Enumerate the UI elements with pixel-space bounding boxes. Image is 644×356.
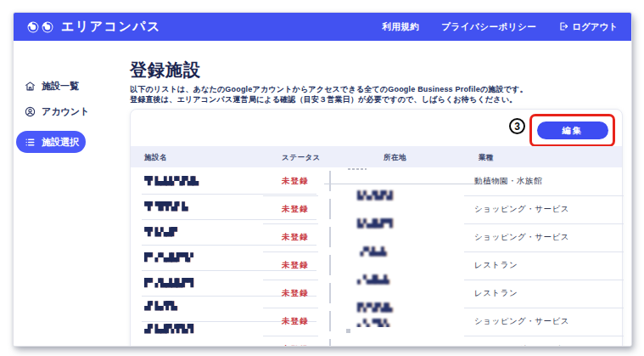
row-divider bbox=[464, 308, 624, 308]
status-separator bbox=[329, 199, 331, 219]
location-redacted: ▙▚▞▙▛▟ bbox=[334, 190, 415, 200]
screenshot-canvas: エリアコンパス 利用規約 プライバシーポリシー ログアウト bbox=[0, 0, 644, 356]
column-header-name: 施設名 bbox=[144, 153, 167, 163]
description-line: 登録直後は、エリアコンパス運営局による確認（目安３営業日）が必要ですので、しばら… bbox=[130, 95, 528, 105]
main-content: 登録施設 以下のリストは、あなたのGoogleアカウントからアクセスできる全ての… bbox=[117, 41, 631, 346]
compass-icon bbox=[27, 21, 39, 33]
header-nav: 利用規約 プライバシーポリシー ログアウト bbox=[382, 21, 618, 33]
category-cell: ショッピング・サービス bbox=[474, 316, 569, 327]
status-separator bbox=[329, 171, 331, 191]
status-badge: 未登録 bbox=[282, 288, 309, 299]
app-header: エリアコンパス 利用規約 プライバシーポリシー ログアウト bbox=[14, 13, 631, 41]
row-divider bbox=[464, 195, 624, 196]
table-header-row: 施設名 ステータス 所在地 業種 bbox=[131, 146, 622, 167]
facility-name-redacted[interactable]: ▟▘▙▟▛▞▛▙▜ bbox=[144, 324, 193, 333]
window-body: 施設一覧 アカウント 施設選択 登録施設 以下 bbox=[14, 41, 631, 346]
app-logo: エリアコンパス bbox=[27, 19, 161, 35]
status-badge: 未登録 bbox=[282, 260, 309, 271]
logout-button[interactable]: ログアウト bbox=[558, 21, 618, 33]
facility-name-redacted[interactable]: ▛▘▞▙▟▟▙▛▜ bbox=[144, 278, 193, 287]
column-header-category: 業種 bbox=[479, 153, 494, 163]
location-redaction-artifact bbox=[348, 168, 367, 170]
sidebar-item-facility-list[interactable]: 施設一覧 bbox=[25, 76, 79, 95]
category-cell: ショッピング・サービス bbox=[474, 232, 569, 243]
page-title: 登録施設 bbox=[130, 59, 201, 82]
row-divider bbox=[263, 308, 318, 308]
sidebar-item-facility-select[interactable]: 施設選択 bbox=[16, 131, 86, 153]
edit-button[interactable]: 編集 bbox=[537, 121, 608, 139]
status-badge: 未登録 bbox=[282, 316, 309, 327]
sidebar: 施設一覧 アカウント 施設選択 bbox=[14, 41, 117, 346]
sidebar-item-label: 施設選択 bbox=[42, 136, 79, 149]
row-divider bbox=[142, 194, 316, 195]
location-redacted: ▖▚▟▙▟▖ bbox=[334, 274, 415, 284]
facility-name-redacted[interactable]: ▜▘▙▟▟▞▚▛▟▙ bbox=[144, 176, 198, 185]
status-badge: 未登録 bbox=[282, 176, 309, 187]
row-divider bbox=[263, 280, 318, 280]
nav-privacy-link[interactable]: プライバシーポリシー bbox=[441, 21, 536, 33]
category-cell: 動植物園・水族館 bbox=[474, 176, 542, 187]
account-icon bbox=[25, 106, 36, 117]
status-badge: 未登録 bbox=[282, 204, 309, 215]
row-divider bbox=[142, 245, 316, 246]
location-redacted: ▞▚▙▟▖ bbox=[334, 246, 415, 256]
app-logo-text: エリアコンパス bbox=[61, 19, 161, 35]
row-divider bbox=[263, 251, 318, 252]
description-line: 以下のリストは、あなたのGoogleアカウントからアクセスできる全てのGoogl… bbox=[130, 85, 528, 95]
row-divider bbox=[142, 219, 316, 220]
logout-icon bbox=[558, 21, 568, 33]
status-separator bbox=[329, 311, 331, 331]
list-icon bbox=[25, 137, 36, 148]
nav-terms-link[interactable]: 利用規約 bbox=[382, 21, 419, 33]
sidebar-item-label: 施設一覧 bbox=[42, 80, 79, 93]
facility-table-card: 3 編集 施設名 ステータス 所在地 業種 ▜▘▙▟▟▞▚▛▟▙ ▜▘▜▛▛▟▘… bbox=[130, 109, 623, 347]
location-redacted: ▛▞▚▛▟▙ bbox=[334, 302, 415, 312]
step-3-annotation: 3 bbox=[509, 118, 525, 134]
app-window: エリアコンパス 利用規約 プライバシーポリシー ログアウト bbox=[13, 12, 632, 347]
row-divider bbox=[464, 251, 624, 252]
sidebar-item-label: アカウント bbox=[42, 105, 89, 118]
scrollbar-remnant bbox=[346, 329, 350, 333]
row-divider bbox=[263, 223, 318, 224]
red-highlight-annotation: 編集 bbox=[529, 114, 615, 147]
facility-name-redacted[interactable]: ▜▘▙▚▟▛ bbox=[144, 227, 176, 236]
status-badge: 未登録 bbox=[282, 344, 309, 347]
category-cell: レストラン bbox=[474, 288, 518, 299]
row-divider bbox=[263, 336, 318, 336]
status-separator bbox=[329, 227, 331, 247]
building-icon bbox=[25, 81, 36, 92]
location-redacted: ▙▚▟▙▛▜ bbox=[334, 218, 415, 228]
status-badge: 未登録 bbox=[282, 232, 309, 243]
status-separator bbox=[329, 283, 331, 303]
facility-name-redacted[interactable]: ▜▘▜▛▛▟▘▙ bbox=[144, 201, 187, 211]
status-separator bbox=[329, 255, 331, 275]
row-divider bbox=[464, 336, 624, 336]
facility-name-redacted[interactable]: ▛▘▞▚▟▙▛▜▞ bbox=[144, 252, 193, 262]
logout-label: ログアウト bbox=[572, 21, 618, 33]
location-censor-box bbox=[344, 327, 473, 346]
compass-icon bbox=[42, 21, 53, 33]
facility-name-redacted[interactable]: ▟▘▙▞▛▙ bbox=[144, 301, 176, 310]
location-redaction-line bbox=[324, 184, 490, 184]
category-cell: レストラン bbox=[474, 260, 518, 271]
row-divider bbox=[464, 280, 624, 280]
column-header-status: ステータス bbox=[282, 153, 321, 163]
sidebar-item-account[interactable]: アカウント bbox=[25, 102, 89, 121]
category-cell: ショッピング・サービス bbox=[474, 204, 569, 215]
status-separator bbox=[329, 339, 331, 347]
category-cell: ショッピング・サービス bbox=[474, 344, 569, 347]
page-description: 以下のリストは、あなたのGoogleアカウントからアクセスできる全てのGoogl… bbox=[130, 85, 528, 105]
row-divider bbox=[464, 223, 624, 224]
row-divider bbox=[263, 195, 318, 196]
column-header-location: 所在地 bbox=[384, 153, 406, 163]
